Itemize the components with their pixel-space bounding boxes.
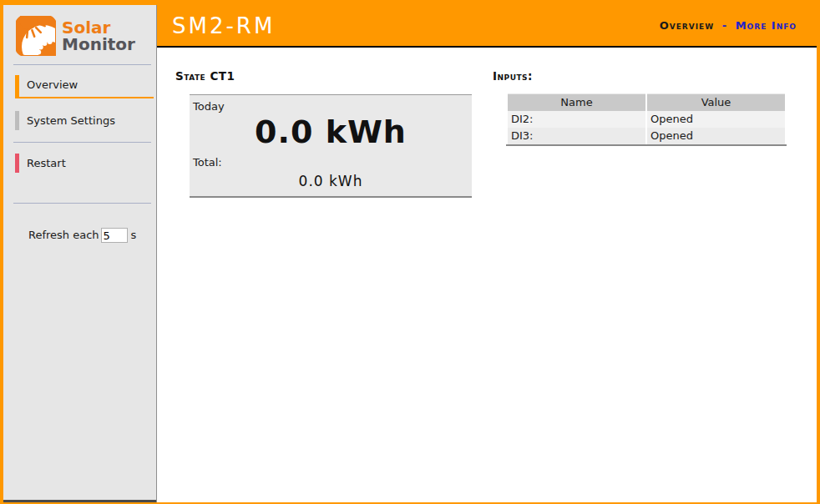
table-row: DI3: Opened [508, 128, 785, 144]
sidebar-item-restart[interactable]: Restart [15, 154, 154, 173]
inputs-column-value: Value [647, 93, 785, 111]
input-name: DI3: [508, 128, 645, 144]
sidebar-item-system-settings-label: System Settings [27, 114, 115, 127]
content-area: State CT1 Today 0.0 kWh Total: 0.0 kWh I… [157, 48, 817, 502]
refresh-interval-label: Refresh each [28, 229, 99, 241]
sun-gear-logo-icon [16, 16, 56, 56]
sidebar-item-system-settings[interactable]: System Settings [15, 111, 154, 130]
solar-monitor-logo: Solar Monitor [3, 5, 156, 64]
sidebar-item-overview-label: Overview [27, 78, 78, 91]
nav-link-more-info[interactable]: More Info [736, 19, 797, 32]
table-row: DI2: Opened [508, 111, 785, 128]
top-header: SM2-RM Overview - More Info [157, 5, 817, 48]
total-energy-value: 0.0 kWh [193, 173, 468, 189]
today-energy-value: 0.0 kWh [193, 113, 468, 150]
logo-text-solar: Solar [62, 19, 135, 36]
inputs-table: Name Value DI2: Opened DI3: Opened [506, 93, 787, 146]
inputs-heading: Inputs: [493, 69, 787, 83]
total-label: Total: [193, 156, 468, 169]
inputs-column-name: Name [508, 93, 645, 111]
header-nav: Overview - More Info [660, 19, 797, 32]
sidebar-item-restart-label: Restart [27, 157, 66, 169]
refresh-interval-unit: s [131, 229, 137, 241]
nav-link-overview[interactable]: Overview [660, 19, 714, 32]
sidebar-item-overview[interactable]: Overview [15, 75, 154, 98]
logo-text-monitor: Monitor [62, 36, 135, 53]
inputs-section: Inputs: Name Value DI2: Opened [493, 69, 787, 146]
input-name: DI2: [508, 111, 645, 128]
state-ct1-section: State CT1 Today 0.0 kWh Total: 0.0 kWh [175, 69, 464, 198]
main-area: SM2-RM Overview - More Info State CT1 To… [156, 5, 817, 502]
sidebar-divider [13, 142, 151, 143]
state-ct1-panel: Today 0.0 kWh Total: 0.0 kWh [190, 94, 472, 198]
input-value: Opened [647, 128, 785, 144]
sidebar-divider [13, 64, 151, 65]
today-label: Today [193, 100, 468, 113]
input-value: Opened [647, 111, 785, 128]
state-ct1-heading: State CT1 [175, 69, 464, 83]
nav-separator: - [722, 19, 727, 32]
sidebar-divider [13, 203, 151, 204]
inputs-table-header-row: Name Value [508, 93, 785, 111]
page-frame: Solar Monitor Overview System Settings R… [3, 5, 817, 502]
refresh-interval-input[interactable] [101, 228, 128, 243]
logo-wordmark: Solar Monitor [62, 19, 135, 53]
sidebar: Solar Monitor Overview System Settings R… [3, 5, 156, 502]
device-title: SM2-RM [172, 13, 275, 38]
refresh-interval-row: Refresh eachs [28, 228, 156, 243]
